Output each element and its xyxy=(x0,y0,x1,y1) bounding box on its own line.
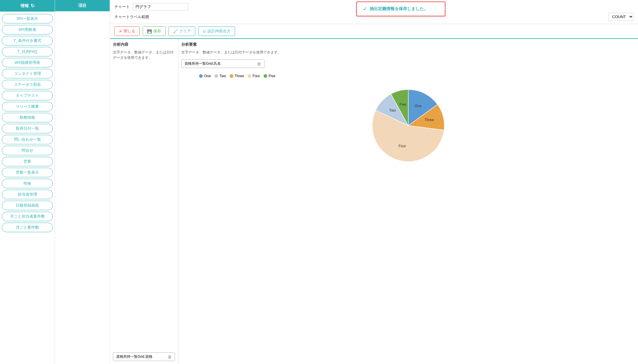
analysis-content-field-tag: 資格所持一覧Grid.資格 🗑 xyxy=(113,352,175,361)
analysis-content-spacer xyxy=(113,63,175,351)
sidebar-item[interactable]: ステータス割合 xyxy=(2,80,53,89)
legend-label: Four xyxy=(253,74,260,78)
analysis-elements-title: 分析要素 xyxy=(181,42,635,47)
pie-label: Four xyxy=(398,144,406,148)
sidebar: 情報 ↻ SPI一覧表示SPI受験者T_条件付き書式T_社内FAQWS指摘管理表… xyxy=(0,0,55,364)
close-x-icon: ✕ xyxy=(119,29,122,34)
analysis-elements-delete-icon[interactable]: 🗑 xyxy=(257,61,261,66)
refresh-icon[interactable]: ↻ xyxy=(31,3,34,9)
sidebar-item[interactable]: 問合せ xyxy=(2,146,53,155)
legend-item: Three xyxy=(230,74,244,78)
legend-item: Four xyxy=(248,74,260,78)
sidebar-header: 情報 ↻ xyxy=(0,0,55,12)
legend-dot xyxy=(215,74,218,78)
action-buttons: ✕ 閉じる 💾 保存 🧹 クリア ⊙ 設計内容出力 xyxy=(110,24,638,39)
analysis-content-field-label: 資格所持一覧Grid.資格 xyxy=(116,354,152,359)
sidebar-item[interactable]: 月ごと担当者案件数 xyxy=(2,212,53,221)
close-button[interactable]: ✕ 閉じる xyxy=(114,26,140,36)
analysis-content-title: 分析内容 xyxy=(113,42,175,47)
sidebar-item[interactable]: 勤務情報 xyxy=(2,113,53,122)
design-icon: ⊙ xyxy=(203,29,206,34)
legend-item: Two xyxy=(215,74,226,78)
legend-dot xyxy=(264,74,267,78)
chart-area: OneTwoThreeFourFive OneThreeFourTwoFive xyxy=(181,68,635,361)
pie-label: Three xyxy=(424,118,434,122)
main-content: チャート ✓ 抽出定義情報を保存しました。 チャートラベル範囲 COUNT SU… xyxy=(110,0,638,364)
toolbar-row1: チャート ✓ 抽出定義情報を保存しました。 xyxy=(114,3,634,10)
toast-notification: ✓ 抽出定義情報を保存しました。 xyxy=(356,1,445,16)
label-range-label: チャートラベル範囲 xyxy=(114,14,149,20)
sidebar-item[interactable]: リリース概要 xyxy=(2,102,53,111)
analysis-content-description: 文字データ、数値データ、または日付データを使用できます。 xyxy=(113,50,175,60)
save-icon: 💾 xyxy=(147,29,152,34)
legend-label: Two xyxy=(220,74,226,78)
legend-dot xyxy=(230,74,233,78)
sidebar-item[interactable]: 問い合わせ一覧 xyxy=(2,135,53,144)
analysis-elements-field-label: 資格所持一覧Grid.氏名 xyxy=(185,61,221,66)
sidebar-item[interactable]: 担当者管理 xyxy=(2,190,53,199)
middle-column-header: 項目 xyxy=(55,0,110,11)
sidebar-item[interactable]: SPI受験者 xyxy=(2,25,53,34)
pie-label: Five xyxy=(399,102,406,107)
sidebar-item[interactable]: WS指摘管理表 xyxy=(2,58,53,67)
legend-label: Five xyxy=(269,74,275,78)
toolbar: チャート ✓ 抽出定義情報を保存しました。 チャートラベル範囲 COUNT SU… xyxy=(110,0,638,24)
clear-button[interactable]: 🧹 クリア xyxy=(168,26,195,36)
legend-item: Five xyxy=(264,74,275,78)
pie-label: One xyxy=(415,104,421,108)
legend-dot xyxy=(199,74,203,78)
pie-label: Two xyxy=(389,108,396,113)
count-select[interactable]: COUNT SUM AVG xyxy=(608,13,634,21)
sidebar-item[interactable]: コンタクト管理 xyxy=(2,69,53,78)
analysis-content-delete-icon[interactable]: 🗑 xyxy=(168,354,172,359)
chart-legend: OneTwoThreeFourFive xyxy=(199,74,275,78)
chart-type-input[interactable] xyxy=(133,3,188,10)
legend-item: One xyxy=(199,74,211,78)
sidebar-item[interactable]: T_社内FAQ xyxy=(2,47,53,56)
sidebar-item[interactable]: 営業一覧表示 xyxy=(2,168,53,177)
analysis-content-panel: 分析内容 文字データ、数値データ、または日付データを使用できます。 資格所持一覧… xyxy=(110,39,178,364)
sidebar-item[interactable]: 性格 xyxy=(2,179,53,188)
analysis-area: 分析内容 文字データ、数値データ、または日付データを使用できます。 資格所持一覧… xyxy=(110,39,638,364)
design-output-button[interactable]: ⊙ 設計内容出力 xyxy=(198,26,235,36)
sidebar-item[interactable]: T_条件付き書式 xyxy=(2,36,53,45)
legend-label: One xyxy=(204,74,211,78)
pie-chart: OneThreeFourTwoFive xyxy=(367,84,450,167)
analysis-elements-field-tag: 資格所持一覧Grid.氏名 🗑 xyxy=(181,59,264,68)
analysis-elements-description: 文字データ、数値データ、または日付データを使用できます。 xyxy=(181,50,635,55)
sidebar-item[interactable]: タイプテスト xyxy=(2,91,53,100)
sidebar-item[interactable]: SPI一覧表示 xyxy=(2,14,53,23)
middle-column: 項目 xyxy=(55,0,110,364)
legend-dot xyxy=(248,74,251,78)
legend-label: Three xyxy=(235,74,244,78)
sidebar-title: 情報 xyxy=(21,3,29,9)
sidebar-item[interactable]: 月ごと案件数 xyxy=(2,223,53,232)
chart-label: チャート xyxy=(114,4,130,10)
sidebar-item[interactable]: 取得日付一覧 xyxy=(2,124,53,133)
save-button[interactable]: 💾 保存 xyxy=(143,26,166,36)
toast-message: 抽出定義情報を保存しました。 xyxy=(370,6,428,12)
toast-icon: ✓ xyxy=(363,6,367,12)
analysis-elements-panel: 分析要素 文字データ、数値データ、または日付データを使用できます。 資格所持一覧… xyxy=(178,39,638,364)
sidebar-item[interactable]: 日報登録画面 xyxy=(2,201,53,210)
sidebar-items-list: SPI一覧表示SPI受験者T_条件付き書式T_社内FAQWS指摘管理表コンタクト… xyxy=(0,12,55,235)
clear-icon: 🧹 xyxy=(173,29,178,34)
sidebar-item[interactable]: 営業 xyxy=(2,157,53,166)
